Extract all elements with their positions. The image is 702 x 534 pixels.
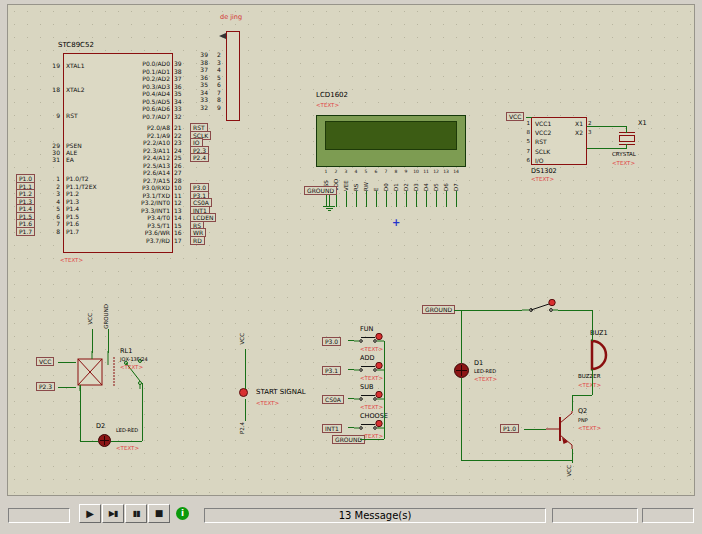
wire <box>572 449 573 463</box>
step-button[interactable]: ▶▮ <box>102 504 124 523</box>
component-text: <TEXT> <box>116 445 139 451</box>
net-label: CS0A <box>322 395 344 404</box>
stop-button[interactable]: ■ <box>148 504 170 523</box>
chip-pin: P3.7/RD17 RD <box>110 237 170 245</box>
play-icon: ▶ <box>86 508 94 519</box>
wire <box>524 429 546 430</box>
wire <box>456 191 457 207</box>
component-text: <TEXT> <box>360 404 383 410</box>
play-button[interactable]: ▶ <box>79 504 101 523</box>
led-d1-ref: D1 <box>474 359 483 367</box>
wire <box>558 310 592 311</box>
push-button[interactable]: ADD P3.1 <TEXT> <box>322 354 422 383</box>
mcu-chip[interactable]: 19XTAL1 18XTAL2 9RST 29PSEN 30ALE 31EA P… <box>63 53 173 253</box>
push-button[interactable]: SUB CS0A <TEXT> <box>322 383 422 412</box>
chip-pin: P2.1/A922 SCLK <box>110 132 170 140</box>
origin-marker-icon: + <box>392 217 400 228</box>
chip-pin: 8 VCC2X2 3 <box>532 128 586 137</box>
wire <box>396 191 397 207</box>
lcd-pin: 6 E <box>371 169 381 207</box>
status-panel <box>552 508 638 523</box>
chip-pin: P2.0/A821 RST <box>110 124 170 132</box>
crystal-symbol[interactable] <box>619 135 635 142</box>
net-label: P3.1 <box>322 366 341 375</box>
message-log-icon[interactable]: i <box>176 507 189 520</box>
net-label-vcc: VCC <box>36 357 54 366</box>
wire <box>360 439 384 440</box>
button-symbol[interactable] <box>354 333 384 347</box>
respack-pin: 338 <box>196 96 221 104</box>
wire <box>92 329 93 353</box>
component-text: <TEXT> <box>612 160 635 166</box>
wire <box>454 310 522 311</box>
net-label-p2-4-vertical: P2.4 <box>239 422 245 434</box>
chip-pin: P0.6/AD633 <box>110 105 170 113</box>
push-button[interactable]: FUN P3.0 <TEXT> <box>322 325 422 354</box>
crystal-symbol[interactable] <box>619 132 635 133</box>
respack-pin: 374 <box>196 66 221 74</box>
button-label: ADD <box>360 354 374 362</box>
status-message: 13 Message(s) <box>339 510 412 521</box>
chip-pin: P0.3/AD336 <box>110 83 170 91</box>
wire <box>329 195 330 206</box>
led-d2-ref: D2 <box>96 422 105 430</box>
net-label-p2-3: P2.3 <box>36 382 55 391</box>
lcd-screen <box>325 121 457 150</box>
chip-pin: 6 I/O <box>532 156 586 165</box>
lcd-pin: 5 RW <box>361 169 371 207</box>
transistor-symbol[interactable] <box>546 411 576 449</box>
status-panel <box>8 508 70 523</box>
status-message-panel[interactable]: 13 Message(s) <box>204 508 546 523</box>
schematic-canvas[interactable]: STC89C52 19XTAL1 18XTAL2 9RST 29PSEN 30A… <box>7 4 695 496</box>
net-label-vcc-vertical: VCC <box>566 465 572 476</box>
wire <box>592 369 593 395</box>
component-text: <TEXT> <box>578 382 601 388</box>
lcd-pin: 7 D0 <box>381 169 391 207</box>
crystal-symbol[interactable] <box>619 144 635 145</box>
wire <box>366 191 367 207</box>
chip-pin: P0.0/AD039 <box>110 60 170 68</box>
component-text: <TEXT> <box>474 376 497 382</box>
led-d2-name: LED-RED <box>116 427 138 433</box>
transistor-ref: Q2 <box>578 407 587 415</box>
wire <box>461 460 572 461</box>
wire <box>406 191 407 207</box>
ds1302-title: DS1302 <box>531 167 557 175</box>
chip-pin: P3.2/INT012 CS0A <box>110 199 170 207</box>
wire <box>245 349 246 389</box>
wire <box>142 383 143 441</box>
wire <box>80 441 98 442</box>
chip-pin: P2.2/A1023 IO <box>110 139 170 147</box>
stop-icon: ■ <box>155 508 164 518</box>
switch-symbol[interactable] <box>522 299 558 315</box>
button-symbol[interactable] <box>354 362 384 376</box>
net-label-vcc-vertical: VCC <box>87 313 93 324</box>
lcd-pin: 8 D1 <box>391 169 401 207</box>
buzzer-symbol[interactable] <box>582 339 612 371</box>
net-label-ground: GROUND <box>304 186 337 195</box>
component-text: <TEXT> <box>120 364 143 370</box>
component-text: <TEXT> <box>256 400 279 406</box>
respack-body[interactable] <box>226 31 240 121</box>
wire <box>376 191 377 207</box>
chip-pin: P3.0/RXD10 P3.0 <box>110 184 170 192</box>
button-symbol[interactable] <box>354 391 384 405</box>
net-label: P3.0 <box>322 337 341 346</box>
button-label: FUN <box>360 325 373 333</box>
lcd-title: LCD1602 <box>316 91 348 99</box>
simulation-toolbar: ▶ ▶▮ ▮▮ ■ i 13 Message(s) <box>0 498 702 534</box>
lcd-pin: 10 D3 <box>411 169 421 207</box>
chip-pin: P0.2/AD237 <box>110 75 170 83</box>
pause-button[interactable]: ▮▮ <box>125 504 147 523</box>
respack-label: de jing <box>220 13 242 21</box>
lcd-body[interactable] <box>316 115 466 167</box>
net-label-ground-vertical: GROUND <box>103 304 109 329</box>
wire <box>436 191 437 207</box>
button-symbol[interactable] <box>354 420 384 434</box>
ds1302-chip[interactable]: 1 VCC1X1 2 8 VCC2X2 3 5 RST 7 SCLK 6 I/O <box>531 117 587 165</box>
start-button[interactable] <box>239 388 248 397</box>
component-text: <TEXT> <box>578 425 601 431</box>
lcd-pin: 4 RS <box>351 169 361 207</box>
wire <box>526 117 532 118</box>
wire <box>386 191 387 207</box>
